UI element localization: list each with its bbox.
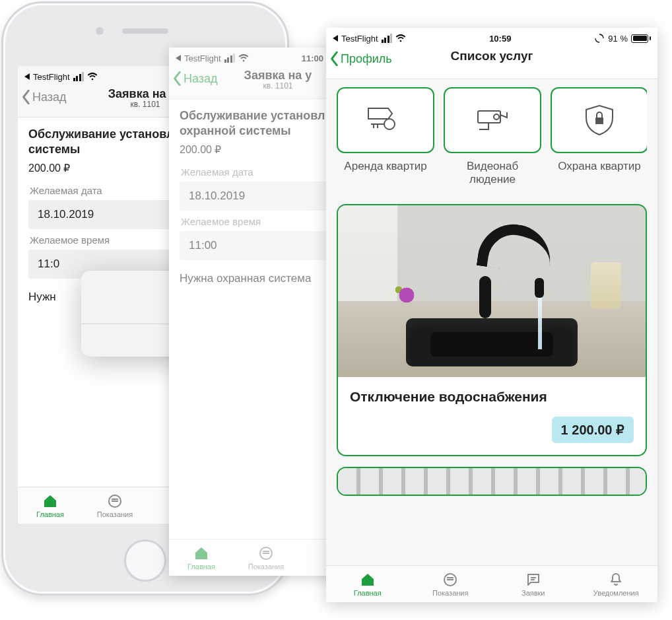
home-icon xyxy=(359,572,376,588)
back-button[interactable]: Назад xyxy=(22,90,67,104)
back-to-app-label[interactable]: TestFlight xyxy=(33,72,70,82)
category-security[interactable]: Охрана квартир xyxy=(551,87,647,187)
service-card-price: 1 200.00 ₽ xyxy=(552,417,634,443)
service-card-image xyxy=(338,205,646,377)
svg-rect-9 xyxy=(595,118,603,124)
svg-rect-1 xyxy=(112,500,118,502)
tab-notifications[interactable]: Уведомления xyxy=(575,566,658,602)
home-icon xyxy=(42,493,59,509)
tab-home-label: Главная xyxy=(36,510,64,518)
back-to-app-caret-icon xyxy=(176,55,181,61)
svg-rect-4 xyxy=(263,553,269,554)
screen-services-list: TestFlight 10:59 91 % Профиль Список усл… xyxy=(326,28,657,602)
category-row[interactable]: Аренда квартир Видеонаб людение Охрана к… xyxy=(337,87,647,192)
tab-home[interactable]: Главная xyxy=(326,566,409,602)
back-to-app-caret-icon xyxy=(24,73,30,80)
chevron-left-icon xyxy=(173,71,182,86)
cell-signal-icon xyxy=(73,72,84,81)
status-time: 10:59 xyxy=(489,34,511,44)
svg-point-8 xyxy=(494,114,499,120)
status-time: 11:00 xyxy=(302,53,323,63)
back-label: Назад xyxy=(184,72,218,86)
camera-icon xyxy=(471,102,514,139)
nav-subtitle: кв. 1101 xyxy=(244,81,312,90)
chat-icon xyxy=(525,572,542,588)
tab-home[interactable]: Главная xyxy=(169,539,234,576)
chevron-left-icon xyxy=(22,90,31,104)
category-label: Видеонаб людение xyxy=(444,160,541,187)
back-to-app-label[interactable]: TestFlight xyxy=(184,53,221,63)
tab-meters-label: Показания xyxy=(248,563,284,570)
sync-icon xyxy=(594,33,605,44)
back-label: Профиль xyxy=(341,52,392,66)
back-button[interactable]: Профиль xyxy=(330,52,392,66)
meter-icon xyxy=(257,545,275,561)
tab-requests-label: Заявки xyxy=(521,589,545,597)
wifi-icon xyxy=(395,34,406,42)
meter-icon xyxy=(106,493,123,509)
tab-requests[interactable]: Заявки xyxy=(492,566,575,602)
svg-rect-11 xyxy=(447,579,454,580)
battery-percent: 91 % xyxy=(608,34,628,44)
back-to-app-caret-icon xyxy=(333,35,338,42)
tab-meters[interactable]: Показания xyxy=(409,566,492,602)
tab-bar: Главная Показания Заявки Уведомления xyxy=(326,565,657,602)
tab-notifications-label: Уведомления xyxy=(593,589,639,597)
svg-rect-5 xyxy=(263,551,269,552)
tab-meters-label: Показания xyxy=(432,589,468,597)
svg-rect-7 xyxy=(478,111,500,123)
tab-home-label: Главная xyxy=(187,563,215,570)
radiator-image xyxy=(338,468,646,495)
services-content[interactable]: Аренда квартир Видеонаб людение Охрана к… xyxy=(326,79,657,565)
home-button[interactable] xyxy=(124,539,166,582)
service-card-water[interactable]: Отключение водоснабжения 1 200.00 ₽ xyxy=(337,204,647,456)
category-label: Аренда квартир xyxy=(337,160,434,173)
battery-icon xyxy=(631,34,651,43)
keys-icon xyxy=(364,102,407,139)
home-icon xyxy=(193,545,210,561)
svg-rect-2 xyxy=(112,499,118,500)
tab-meters-label: Показания xyxy=(97,510,133,518)
back-label: Назад xyxy=(32,90,67,104)
back-button[interactable]: Назад xyxy=(173,71,218,86)
wifi-icon xyxy=(238,54,249,62)
status-bar: TestFlight 10:59 91 % xyxy=(326,28,657,46)
chevron-left-icon xyxy=(330,52,339,66)
tab-home-label: Главная xyxy=(354,589,382,597)
tab-meters[interactable]: Показания xyxy=(234,539,298,576)
category-rent[interactable]: Аренда квартир xyxy=(337,87,434,187)
shield-lock-icon xyxy=(578,102,621,139)
tab-meters[interactable]: Показания xyxy=(83,487,147,524)
device-speaker xyxy=(122,28,168,34)
meter-icon xyxy=(442,572,459,588)
nav-title: Заявка на у xyxy=(244,69,312,83)
back-to-app-label[interactable]: TestFlight xyxy=(341,34,378,44)
cell-signal-icon xyxy=(382,34,393,43)
category-label: Охрана квартир xyxy=(551,160,647,173)
service-card-title: Отключение водоснабжения xyxy=(350,389,634,405)
nav-title: Список услуг xyxy=(451,49,533,63)
tab-home[interactable]: Главная xyxy=(18,487,83,524)
bell-icon xyxy=(607,572,624,588)
wifi-icon xyxy=(87,73,98,81)
svg-point-6 xyxy=(384,119,395,129)
cell-signal-icon xyxy=(224,53,236,63)
category-cctv[interactable]: Видеонаб людение xyxy=(444,87,541,187)
svg-rect-12 xyxy=(447,577,454,578)
device-camera xyxy=(96,27,104,35)
service-card-heating[interactable] xyxy=(337,467,647,496)
navbar: Профиль Список услуг xyxy=(326,46,657,79)
